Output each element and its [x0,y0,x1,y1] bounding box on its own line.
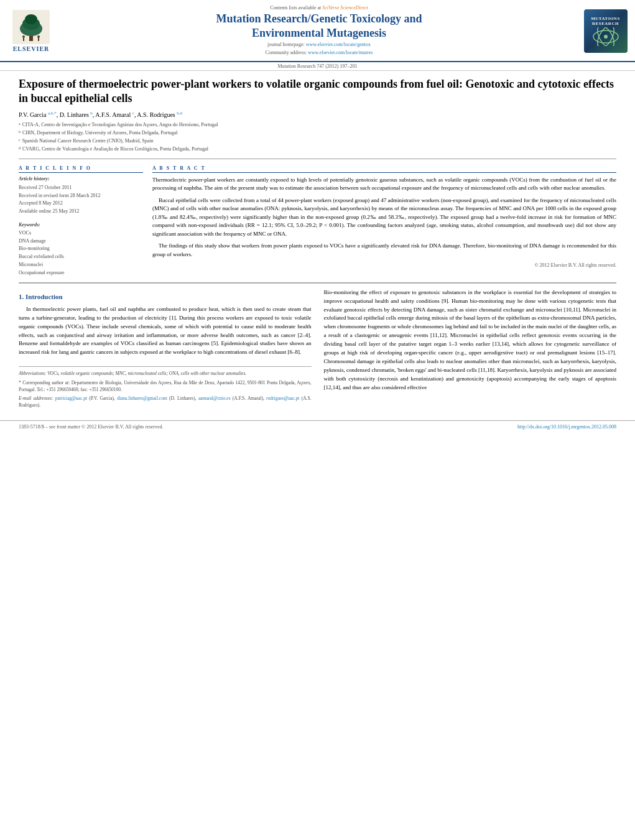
main-content: Exposure of thermoelectric power-plant w… [0,71,635,417]
article-info: A R T I C L E I N F O Article history: R… [19,165,143,216]
abstract-text: Thermoelectric power-plant workers are c… [152,176,616,259]
body-left-column: 1. Introduction In thermoelectric power … [19,288,312,411]
elsevier-logo: ELSEVIER [6,5,56,57]
sciverse-link[interactable]: SciVerse ScienceDirect [322,5,368,11]
footnote-emails: E-mail addresses: patriciag@uac.pt (P.V.… [19,395,312,409]
homepage-url[interactable]: www.elsevier.com/locate/gentox [306,42,371,47]
abstract-para-2: Buccal epithelial cells were collected f… [152,196,616,239]
homepage-line: journal homepage: www.elsevier.com/locat… [62,41,576,49]
issn-line: 1383-5718/$ – see front matter © 2012 El… [19,424,164,430]
keywords-label: Keywords: [19,222,143,228]
svg-point-12 [604,35,608,39]
affil-d: d CVARG, Centro de Vulcanologia e Avalia… [19,145,616,153]
info-abstract-section: A R T I C L E I N F O Article history: R… [19,165,616,277]
journal-title: Mutation Research/Genetic Toxicology and… [62,12,576,40]
article-title-section: Exposure of thermoelectric power-plant w… [19,77,616,159]
keywords-section: Keywords: VOCs DNA damage Bio-monitoring… [19,222,143,277]
footnotes: Abbreviations: VOCs, volatile organic co… [19,366,312,408]
keyword-dna: DNA damage [19,238,143,246]
journal-header: ELSEVIER Contents lists available at Sci… [0,0,635,62]
abstract-section: A B S T R A C T Thermoelectric power-pla… [152,165,616,269]
intro-text-right: Bio-monitoring the effect of exposure to… [324,288,617,392]
intro-title: 1. Introduction [19,292,312,302]
email-amaral[interactable]: aamaral@cnio.es [198,395,231,401]
keyword-vocs: VOCs [19,229,143,238]
svg-rect-8 [38,38,39,41]
intro-para-left: In thermoelectric power plants, fuel oil… [19,305,312,358]
keyword-bio: Bio-monitoring [19,245,143,253]
badge-graphic [590,27,621,46]
svg-point-5 [22,35,25,38]
body-content: 1. Introduction In thermoelectric power … [19,288,616,411]
affil-b: b CIBN, Department of Biology, Universit… [19,129,616,137]
sciverse-line: Contents lists available at SciVerse Sci… [62,5,576,11]
abstract-column: A B S T R A C T Thermoelectric power-pla… [152,165,616,277]
mutations-badge: MUTATIONSRESEARCH [584,9,628,53]
svg-point-7 [37,35,40,38]
affil-c: c Spanish National Cancer Research Centr… [19,137,616,145]
body-right-column: Bio-monitoring the effect of exposure to… [324,288,617,411]
elsevier-wordmark: ELSEVIER [13,45,50,52]
abstract-heading: A B S T R A C T [152,165,616,173]
journal-links: journal homepage: www.elsevier.com/locat… [62,41,576,57]
email-label: E-mail addresses: [19,395,55,401]
keyword-micronuclei: Micronuclei [19,261,143,269]
authors-line: P.V. Garcia a,b,*, D. Linhares b, A.F.S.… [19,111,616,118]
abstract-para-1: Thermoelectric power-plant workers are c… [152,176,616,193]
article-title: Exposure of thermoelectric power-plant w… [19,77,616,106]
journal-right-badge: MUTATIONSRESEARCH [582,5,629,57]
article-info-column: A R T I C L E I N F O Article history: R… [19,165,143,277]
mutations-badge-title: MUTATIONSRESEARCH [591,16,620,26]
copyright-line: © 2012 Elsevier B.V. All rights reserved… [152,262,616,268]
abstract-para-3: The findings of this study show that wor… [152,242,616,259]
svg-rect-6 [23,38,24,41]
email-linhares[interactable]: diana.linhares@gmail.com [117,395,167,401]
article-history-label: Article history: [19,176,143,182]
intro-para-right: Bio-monitoring the effect of exposure to… [324,288,617,392]
footnote-abbreviations: Abbreviations: VOCs, volatile organic co… [19,370,312,377]
email-rodrigues[interactable]: rodrigues@uac.pt [266,395,299,401]
doi-link[interactable]: http://dx.doi.org/10.1016/j.mrgentox.201… [517,424,616,430]
elsevier-tree-icon [12,10,50,44]
affil-a: a CITA-A, Centro de Investigação e Tecno… [19,121,616,129]
community-url[interactable]: www.elsevier.com/locate/mutres [308,50,373,55]
community-line: Community address: www.elsevier.com/loca… [62,49,576,57]
volume-info: Mutation Research 747 (2012) 197–201 [0,62,635,71]
body-divider [19,282,616,284]
bottom-bar: 1383-5718/$ – see front matter © 2012 El… [0,420,635,433]
history-dates: Received 27 October 2011 Received in rev… [19,184,143,216]
page: ELSEVIER Contents lists available at Sci… [0,0,635,433]
intro-text-left: In thermoelectric power plants, fuel oil… [19,305,312,358]
journal-center-info: Contents lists available at SciVerse Sci… [62,5,576,57]
affiliations: a CITA-A, Centro de Investigação e Tecno… [19,121,616,153]
email-garcia[interactable]: patriciag@uac.pt [55,395,87,401]
footnote-corresponding: * Corresponding author at: Departamento … [19,379,312,394]
keyword-occ: Occupational exposure [19,269,143,277]
article-info-heading: A R T I C L E I N F O [19,165,143,173]
keyword-buccal: Buccal exfoliated cells [19,253,143,261]
svg-point-4 [25,14,37,24]
